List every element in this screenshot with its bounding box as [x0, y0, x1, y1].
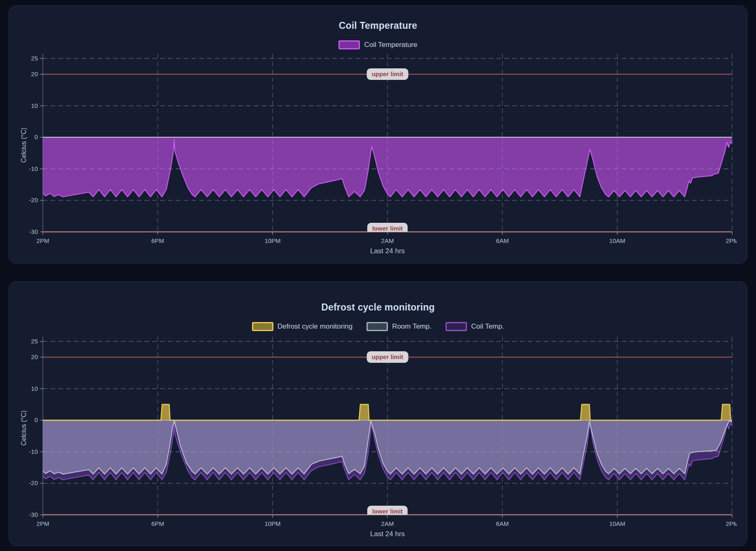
svg-text:10AM: 10AM [609, 520, 625, 527]
chart-title: Coil Temperature [9, 20, 747, 31]
legend-label: Coil Temperature [364, 41, 417, 49]
svg-text:6AM: 6AM [496, 520, 509, 527]
svg-text:10PM: 10PM [264, 520, 280, 527]
svg-text:6AM: 6AM [496, 237, 509, 244]
legend-swatch-icon [338, 40, 360, 49]
chart-card-defrost-cycle-monitoring: Defrost cycle monitoring Defrost cycle m… [9, 281, 747, 546]
svg-text:-10: -10 [29, 165, 38, 172]
svg-text:0: 0 [35, 133, 38, 140]
svg-text:Last 24 hrs: Last 24 hrs [370, 247, 405, 255]
legend-label: Coil Temp. [471, 322, 504, 331]
legend-item-coil-temp[interactable]: Coil Temp. [446, 322, 504, 331]
legend-label: Room Temp. [392, 322, 432, 331]
svg-text:2PM: 2PM [37, 237, 49, 244]
upper-limit-badge: upper limit [367, 351, 408, 363]
chart-plot-area[interactable]: 2520100-10-20-302PM6PM10PM2AM6AM10AM2PML… [20, 53, 736, 255]
svg-text:-30: -30 [29, 228, 38, 235]
svg-text:10: 10 [31, 102, 38, 109]
legend-item-coil-temperature[interactable]: Coil Temperature [338, 40, 417, 49]
svg-text:20: 20 [31, 353, 38, 360]
svg-text:10AM: 10AM [609, 237, 625, 244]
chart-plot-area[interactable]: 2520100-10-20-302PM6PM10PM2AM6AM10AM2PML… [20, 336, 736, 538]
svg-text:25: 25 [31, 338, 38, 345]
legend: Defrost cycle monitoring Room Temp. Coil… [9, 321, 747, 332]
svg-text:6PM: 6PM [152, 520, 164, 527]
svg-text:10PM: 10PM [264, 237, 280, 244]
svg-text:20: 20 [31, 70, 38, 77]
svg-text:-20: -20 [29, 479, 38, 486]
svg-text:Last 24 hrs: Last 24 hrs [370, 530, 405, 538]
legend-item-defrost-cycle[interactable]: Defrost cycle monitoring [252, 322, 352, 331]
svg-text:2PM: 2PM [37, 520, 49, 527]
legend-swatch-icon [446, 322, 467, 331]
legend-item-room-temp[interactable]: Room Temp. [366, 322, 432, 331]
svg-text:-30: -30 [29, 511, 38, 518]
svg-text:6PM: 6PM [152, 237, 164, 244]
svg-text:-10: -10 [29, 448, 38, 455]
chart-card-coil-temperature: Coil Temperature Coil Temperature 252010… [9, 5, 747, 264]
svg-text:2AM: 2AM [381, 520, 394, 527]
svg-text:2PM: 2PM [726, 520, 737, 527]
legend: Coil Temperature [9, 40, 747, 50]
svg-text:2AM: 2AM [381, 237, 394, 244]
svg-text:25: 25 [31, 55, 38, 62]
svg-text:Celcius (°C): Celcius (°C) [20, 411, 27, 446]
coil-temperature-chart[interactable]: 2520100-10-20-302PM6PM10PM2AM6AM10AM2PML… [20, 53, 737, 255]
svg-text:-20: -20 [29, 196, 38, 203]
chart-title: Defrost cycle monitoring [9, 301, 747, 313]
svg-text:0: 0 [35, 416, 38, 423]
svg-text:Celcius (°C): Celcius (°C) [20, 128, 27, 163]
svg-text:10: 10 [31, 385, 38, 392]
legend-swatch-icon [252, 322, 273, 331]
svg-text:2PM: 2PM [726, 237, 737, 244]
defrost-cycle-chart[interactable]: 2520100-10-20-302PM6PM10PM2AM6AM10AM2PML… [20, 336, 737, 538]
upper-limit-badge: upper limit [367, 68, 408, 80]
legend-swatch-icon [366, 322, 388, 331]
legend-label: Defrost cycle monitoring [278, 322, 352, 331]
